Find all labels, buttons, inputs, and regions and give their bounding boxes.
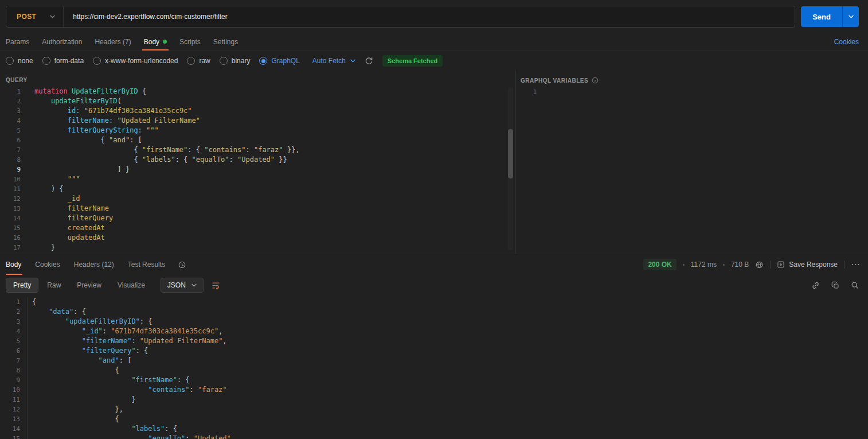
body-mode-binary[interactable]: binary <box>220 57 251 65</box>
line-number: 7 <box>0 356 28 366</box>
link-icon[interactable] <box>811 281 820 290</box>
code-line: 17 } <box>0 243 515 252</box>
response-history-icon[interactable] <box>178 261 186 269</box>
code-text: { "firstName": { "contains": "faraz" }}, <box>21 145 299 155</box>
response-tab-body[interactable]: Body <box>6 254 28 275</box>
response-tab-cookies[interactable]: Cookies <box>28 254 67 275</box>
response-tab-test-results[interactable]: Test Results <box>121 254 172 275</box>
request-tabs: Params Authorization Headers (7) Body Sc… <box>0 33 868 50</box>
tab-settings[interactable]: Settings <box>207 33 244 50</box>
code-line: 3 "updateFilterByID": { <box>0 317 868 327</box>
view-visualize[interactable]: Visualize <box>110 278 153 293</box>
line-number: 1 <box>0 297 28 307</box>
code-line: 10 "contains": "faraz" <box>0 385 868 395</box>
send-options-button[interactable] <box>842 6 859 27</box>
tab-params[interactable]: Params <box>6 33 36 50</box>
code-text: filterQueryString: """ <box>21 126 159 135</box>
info-icon[interactable] <box>592 77 599 84</box>
format-label: JSON <box>167 281 186 289</box>
line-number: 8 <box>0 366 28 375</box>
code-text: { "labels": { "equalTo": "Updated" }} <box>21 155 287 165</box>
tab-authorization[interactable]: Authorization <box>36 33 88 50</box>
tab-body[interactable]: Body <box>138 33 173 50</box>
wrap-text-icon[interactable] <box>212 281 220 290</box>
response-tab-headers[interactable]: Headers (12) <box>67 254 121 275</box>
query-title: QUERY <box>0 71 515 87</box>
separator <box>770 261 771 269</box>
line-number: 17 <box>0 243 21 252</box>
status-badge: 200 OK <box>643 259 676 270</box>
radio-icon <box>220 57 228 65</box>
auto-fetch-button[interactable]: Auto Fetch <box>312 57 355 65</box>
radio-label: GraphQL <box>271 57 299 65</box>
radio-label: x-www-form-urlencoded <box>105 57 178 65</box>
response-viewer[interactable]: 1{2 "data": {3 "updateFilterByID": {4 "_… <box>0 296 868 439</box>
code-text: filterQuery <box>21 213 113 223</box>
code-line: 3 id: "671b74df303ca3841e35cc9c" <box>0 106 515 116</box>
body-modified-dot <box>163 40 167 44</box>
refresh-schema-icon[interactable] <box>365 57 373 65</box>
method-selector[interactable]: POST <box>6 6 63 27</box>
variables-title: GRAPHQL VARIABLES <box>521 77 588 84</box>
code-text: } <box>28 395 136 405</box>
cookies-link[interactable]: Cookies <box>834 33 859 50</box>
line-number: 10 <box>0 385 28 395</box>
code-line: 12 _id <box>0 194 515 204</box>
code-line: 12 }, <box>0 405 868 414</box>
query-panel: QUERY 1mutation UpdateFilterByID {2 upda… <box>0 71 515 254</box>
response-view-switch: Pretty Raw Preview Visualize <box>6 278 153 293</box>
view-pretty[interactable]: Pretty <box>6 278 38 293</box>
code-text: { <box>28 366 119 375</box>
tab-body-label: Body <box>144 38 159 46</box>
search-icon[interactable] <box>851 281 859 289</box>
code-text: "equalTo": "Updated" <box>28 434 231 439</box>
code-line: 7 "and": [ <box>0 356 868 366</box>
network-info-icon[interactable] <box>755 261 764 269</box>
copy-icon[interactable] <box>831 281 839 289</box>
body-mode-urlencoded[interactable]: x-www-form-urlencoded <box>93 57 178 65</box>
code-text: filterName: "Updated FilterName" <box>21 116 200 126</box>
view-raw[interactable]: Raw <box>40 278 68 293</box>
separator-dot <box>683 264 685 266</box>
line-number: 9 <box>0 375 28 385</box>
variables-editor[interactable]: 1 <box>516 87 868 97</box>
scrollbar-thumb[interactable] <box>508 129 513 178</box>
query-editor[interactable]: 1mutation UpdateFilterByID {2 updateFilt… <box>0 87 515 252</box>
code-line: 2 updateFilterByID( <box>0 96 515 106</box>
query-scrollbar[interactable] <box>508 87 513 250</box>
line-number: 14 <box>0 213 21 223</box>
auto-fetch-label: Auto Fetch <box>312 57 346 65</box>
code-text: "filterQuery": { <box>28 346 148 356</box>
view-preview[interactable]: Preview <box>69 278 109 293</box>
tab-headers[interactable]: Headers (7) <box>88 33 137 50</box>
code-text: mutation UpdateFilterByID { <box>21 87 146 96</box>
save-response-button[interactable]: Save Response <box>777 261 838 269</box>
body-mode-raw[interactable]: raw <box>187 57 210 65</box>
body-mode-none[interactable]: none <box>6 57 33 65</box>
code-line: 4 filterName: "Updated FilterName" <box>0 116 515 126</box>
code-text: "labels": { <box>28 424 177 434</box>
code-line: 8 { <box>0 366 868 375</box>
line-number: 10 <box>0 174 21 184</box>
chevron-down-icon <box>191 283 197 287</box>
code-line: 10 """ <box>0 174 515 184</box>
radio-label: form-data <box>54 57 84 65</box>
send-label: Send <box>801 6 842 27</box>
more-options-button[interactable]: ⋯ <box>851 260 860 269</box>
send-button[interactable]: Send <box>801 6 859 27</box>
code-line: 9 ] } <box>0 165 515 174</box>
code-text: ] } <box>21 165 130 174</box>
body-mode-graphql[interactable]: GraphQL <box>259 57 299 65</box>
body-mode-form-data[interactable]: form-data <box>42 57 84 65</box>
tab-scripts[interactable]: Scripts <box>173 33 207 50</box>
line-number: 8 <box>0 155 21 165</box>
method-label: POST <box>17 13 36 21</box>
url-input[interactable]: https://cim-dev2.expertflow.com/cim-cust… <box>63 6 795 27</box>
code-text: _id <box>21 194 80 204</box>
format-dropdown[interactable]: JSON <box>161 278 204 293</box>
radio-selected-icon <box>259 57 267 65</box>
code-text: "filterName": "Updated FilterName", <box>28 336 227 346</box>
code-line: 11 ) { <box>0 184 515 194</box>
response-toolbar: Pretty Raw Preview Visualize JSON <box>0 275 868 296</box>
code-line: 8 { "labels": { "equalTo": "Updated" }} <box>0 155 515 165</box>
